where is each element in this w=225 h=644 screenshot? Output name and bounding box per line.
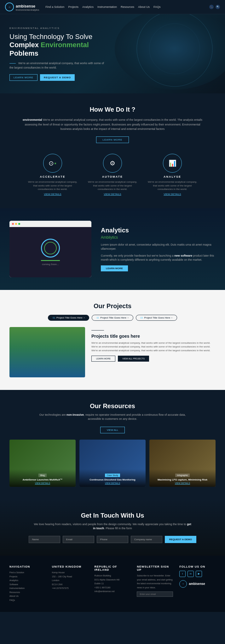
resource-card-case-study: Case Study Continuous Dissolved Gas Moni… xyxy=(79,440,146,487)
footer-link-instrumentation[interactable]: Instrumentation xyxy=(9,586,46,591)
project-img-inner xyxy=(9,327,85,377)
nav-analytics[interactable]: Analytics xyxy=(82,5,94,8)
footer-ireland-phone: +353 1 8972180 xyxy=(95,586,131,590)
analytics-learn-more-button[interactable]: LEARN MORE xyxy=(101,265,128,271)
feature-analyse-title: ANALYSE xyxy=(147,175,198,178)
footer-uk: UNITED KINGDOM Kemp House 152 – 160 City… xyxy=(52,565,88,602)
nav-resources[interactable]: Resources xyxy=(121,5,134,8)
feature-accelerate-title: ACCELERATE xyxy=(27,175,78,178)
project-tab-2[interactable]: 02 Project Title Goes Here › xyxy=(92,315,133,321)
projects-section: Our Projects 01 Project Title Goes Here … xyxy=(0,290,225,390)
resource-tag-infographic: Infographic xyxy=(175,474,190,477)
view-all-projects-button[interactable]: VIEW ALL PROJECTS xyxy=(118,356,149,362)
footer-ireland-email: info@ambisense.net xyxy=(95,590,131,594)
analytics-mockup: coming Soon... xyxy=(9,221,91,277)
project-description: We're an environmental analytical compan… xyxy=(91,341,216,353)
mockup-dot-green xyxy=(18,223,20,225)
automate-view-details[interactable]: VIEW DETAILS xyxy=(87,193,138,196)
nav-about[interactable]: About Us xyxy=(138,5,150,8)
footer-navigation: NAVIGATION Find a Solution Projects Anal… xyxy=(9,565,46,602)
hero-globe-visual xyxy=(115,14,225,90)
contact-heading: Get In Touch With Us xyxy=(9,512,216,519)
analytics-para1: Lorem ipsum dolor sit amet, consectetur … xyxy=(101,243,216,251)
youtube-icon[interactable]: ▶ xyxy=(196,571,202,577)
name-input[interactable] xyxy=(29,536,60,543)
footer-uk-line3: London xyxy=(52,579,88,583)
analyse-icon: 📊 xyxy=(163,154,182,173)
footer-logo-icon: ○ xyxy=(179,580,187,588)
phone-input[interactable] xyxy=(97,536,128,543)
footer-link-find[interactable]: Find a Solution xyxy=(9,571,46,575)
analytics-subtitle: Ambilytics xyxy=(101,235,216,240)
project-tab-1[interactable]: 01 Project Title Goes Here › xyxy=(48,315,89,321)
nav-projects[interactable]: Projects xyxy=(68,5,78,8)
mockup-dot-red xyxy=(12,223,14,225)
resource-link-case[interactable]: VIEW DETAILS xyxy=(82,482,143,484)
feature-automate-title: AUTOMATE xyxy=(87,175,138,178)
resource-card-overlay-blog: Blog AmbiSense Launches MultifluX™ VIEW … xyxy=(9,469,76,487)
resources-view-all-button[interactable]: VIEW ALL xyxy=(100,427,125,433)
analyse-view-details[interactable]: VIEW DETAILS xyxy=(147,193,198,196)
footer-link-resources[interactable]: Resources xyxy=(9,591,46,595)
feature-automate: ⚙ AUTOMATE We're an environmental analyt… xyxy=(87,154,138,196)
logo[interactable]: ○ ambisense Environmental Analytics xyxy=(5,3,39,11)
projects-content: Projects title goes here We're an enviro… xyxy=(9,327,216,377)
resources-grid: Blog AmbiSense Launches MultifluX™ VIEW … xyxy=(9,440,216,487)
footer-ireland-line3: Dublin 11 xyxy=(95,582,131,586)
project-learn-more-button[interactable]: LEARN MORE xyxy=(91,356,115,362)
email-input[interactable] xyxy=(63,536,94,543)
feature-analyse-desc: We're an environmental analytical compan… xyxy=(147,180,198,191)
nav-faqs[interactable]: FAQs xyxy=(153,5,161,8)
footer-link-analytics[interactable]: Analytics xyxy=(9,579,46,583)
analytics-section: coming Soon... Analytics Ambilytics Lore… xyxy=(0,208,225,290)
contact-section: Get In Touch With Us We love hearing fro… xyxy=(0,499,225,556)
mockup-ring-inner xyxy=(44,242,57,254)
twitter-icon[interactable]: t xyxy=(179,571,186,577)
navigation: ○ ambisense Environmental Analytics Find… xyxy=(0,0,225,14)
linkedin-icon[interactable]: in xyxy=(188,571,194,577)
phone-icon[interactable]: 📞 xyxy=(209,5,214,9)
project-tab-3[interactable]: 03 Project Title Goes Here › xyxy=(136,315,177,321)
footer-uk-phone: +44 2079797375 xyxy=(52,586,88,591)
request-demo-button[interactable]: REQUEST A DEMO xyxy=(40,74,75,81)
resource-title-case: Continuous Dissolved Gas Monitoring xyxy=(82,478,143,481)
resource-title-infographic: Maximising LFG capture, Minimising Risk xyxy=(152,478,213,481)
footer-brand: ambisense xyxy=(189,582,205,586)
project-image xyxy=(9,327,85,377)
mockup-topbar xyxy=(9,221,91,227)
nav-find-solution[interactable]: Find a Solution xyxy=(45,5,64,8)
hero-tag: ENVIRONMENTAL ANALYTICS xyxy=(9,27,104,30)
footer-link-software[interactable]: Software xyxy=(9,583,46,587)
accelerate-view-details[interactable]: VIEW DETAILS xyxy=(27,193,78,196)
footer-follow: FOLLOW US ON t in ▶ ○ ambisense xyxy=(179,565,216,602)
project-details: Projects title goes here We're an enviro… xyxy=(91,327,216,377)
resource-link-infographic[interactable]: VIEW DETAILS xyxy=(152,482,213,484)
footer-link-about[interactable]: About Us xyxy=(9,594,46,598)
analytics-text: Analytics Ambilytics Lorem ipsum dolor s… xyxy=(101,227,216,271)
footer-link-projects[interactable]: Projects xyxy=(9,575,46,579)
hero-title: Using Technology To Solve Complex Enviro… xyxy=(9,33,104,58)
resources-section: Our Resources Our technologies are non-i… xyxy=(0,390,225,499)
footer-nav-heading: NAVIGATION xyxy=(9,565,46,568)
resource-link-blog[interactable]: VIEW DETAILS xyxy=(12,482,73,484)
contact-submit-button[interactable]: REQUEST A DEMO xyxy=(165,536,196,543)
resources-desc: Our technologies are non-invasive, requi… xyxy=(34,413,191,421)
footer-logo: ○ ambisense xyxy=(179,580,216,588)
search-icon[interactable]: 🔍 xyxy=(216,5,220,9)
resource-card-overlay-infographic: Infographic Maximising LFG capture, Mini… xyxy=(149,469,216,487)
footer-social-icons: t in ▶ xyxy=(179,571,216,577)
company-input[interactable] xyxy=(131,536,162,543)
footer-follow-heading: FOLLOW US ON xyxy=(179,565,216,568)
how-learn-more-button[interactable]: LEARN MORE xyxy=(96,136,129,143)
hero-section: ENVIRONMENTAL ANALYTICS Using Technology… xyxy=(0,14,225,93)
resource-title-blog: AmbiSense Launches MultifluX™ xyxy=(12,478,73,481)
project-buttons: LEARN MORE VIEW ALL PROJECTS xyxy=(91,356,216,362)
newsletter-email-input[interactable] xyxy=(137,591,173,597)
hero-content: ENVIRONMENTAL ANALYTICS Using Technology… xyxy=(9,27,104,81)
footer-link-faqs[interactable]: FAQs xyxy=(9,598,46,602)
footer-newsletter-desc: Subscribe to our Newsletter. Enter your … xyxy=(137,574,173,590)
learn-more-button[interactable]: LEARN MORE xyxy=(9,74,38,81)
nav-instrumentation[interactable]: Instrumentation xyxy=(97,5,117,8)
mockup-dot-yellow xyxy=(15,223,17,225)
contact-form: REQUEST A DEMO xyxy=(9,536,216,543)
